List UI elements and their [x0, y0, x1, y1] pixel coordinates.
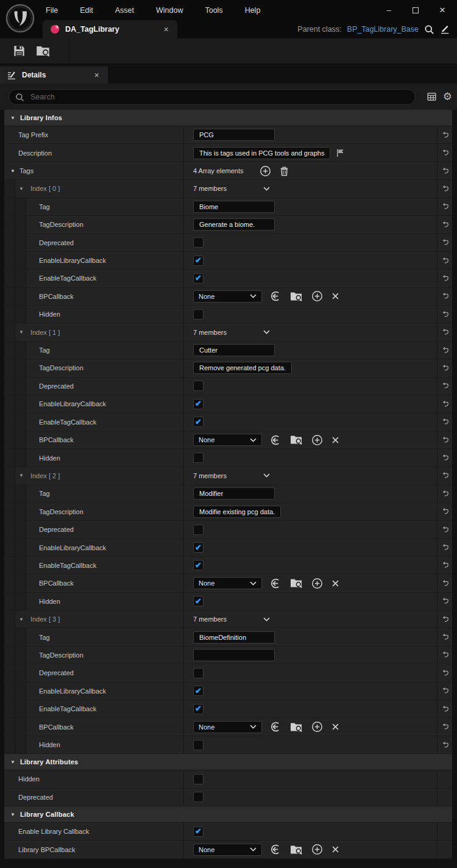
menu-edit[interactable]: Edit	[80, 6, 93, 15]
browse-to-asset-button[interactable]	[36, 45, 51, 57]
browse-search-icon[interactable]	[290, 578, 303, 589]
reset-icon[interactable]	[441, 597, 449, 605]
reset-icon[interactable]	[441, 257, 449, 265]
members-dropdown[interactable]: 7 members	[193, 472, 270, 479]
category-expander-icon[interactable]: ▼	[10, 812, 15, 817]
expander-arrow-icon[interactable]: ▼	[19, 329, 24, 335]
search-box[interactable]	[9, 89, 416, 105]
checkbox[interactable]	[193, 668, 204, 678]
circle-plus-icon[interactable]	[311, 578, 323, 589]
checkbox[interactable]	[193, 381, 204, 391]
close-tab-icon[interactable]: ✕	[161, 24, 171, 34]
reset-icon[interactable]	[441, 526, 449, 534]
reset-icon[interactable]	[441, 239, 449, 246]
reset-icon[interactable]	[441, 382, 449, 390]
close-window-button[interactable]: ✕	[429, 0, 456, 20]
bpcallback-dropdown[interactable]: None	[193, 290, 262, 303]
reset-icon[interactable]	[441, 741, 449, 749]
reset-icon[interactable]	[441, 579, 449, 587]
bpcallback-dropdown[interactable]: None	[193, 844, 262, 856]
menu-help[interactable]: Help	[245, 6, 261, 15]
reset-icon[interactable]	[441, 705, 449, 713]
text-input[interactable]: Remove generated pcg data.	[193, 362, 292, 374]
reset-icon[interactable]	[441, 310, 449, 318]
reset-icon[interactable]	[441, 723, 449, 731]
checkbox[interactable]	[193, 309, 204, 320]
circle-plus-icon[interactable]	[311, 434, 323, 446]
circle-plus-icon[interactable]	[311, 721, 323, 733]
save-button[interactable]	[13, 45, 26, 57]
bpcallback-dropdown[interactable]: None	[193, 577, 262, 589]
reset-icon[interactable]	[441, 292, 449, 300]
reset-icon[interactable]	[441, 669, 449, 677]
menu-file[interactable]: File	[46, 6, 58, 15]
checkbox[interactable]	[193, 453, 204, 463]
reset-icon[interactable]	[441, 400, 449, 408]
reset-icon[interactable]	[441, 346, 449, 354]
reset-icon[interactable]	[441, 490, 449, 498]
reset-icon[interactable]	[441, 651, 449, 659]
category-expander-icon[interactable]: ▼	[10, 115, 15, 121]
members-dropdown[interactable]: 7 members	[193, 185, 270, 192]
bpcallback-dropdown[interactable]: None	[193, 721, 262, 733]
reset-icon[interactable]	[441, 508, 449, 515]
checkbox[interactable]: ✔	[193, 560, 204, 570]
expander-arrow-icon[interactable]: ▼	[10, 168, 15, 174]
reset-icon[interactable]	[441, 418, 449, 426]
members-dropdown[interactable]: 7 members	[193, 329, 270, 336]
expander-arrow-icon[interactable]: ▼	[19, 186, 24, 192]
reset-icon[interactable]	[441, 633, 449, 641]
browse-search-icon[interactable]	[290, 434, 303, 445]
settings-gear-icon[interactable]: ⚙	[443, 91, 452, 102]
expander-arrow-icon[interactable]: ▼	[19, 473, 24, 478]
checkbox[interactable]	[193, 774, 204, 784]
checkbox[interactable]: ✔	[193, 399, 204, 409]
members-dropdown[interactable]: 7 members	[193, 615, 270, 623]
reset-icon[interactable]	[441, 221, 449, 229]
text-input[interactable]: Generate a biome.	[193, 218, 275, 231]
category-header[interactable]: ▼Library Callback	[4, 806, 452, 823]
text-input[interactable]	[193, 649, 275, 661]
reset-icon[interactable]	[441, 274, 449, 282]
text-input[interactable]: Modifier	[193, 487, 275, 500]
use-asset-icon[interactable]	[270, 290, 282, 302]
checkbox[interactable]: ✔	[193, 273, 204, 284]
use-asset-icon[interactable]	[270, 721, 282, 733]
reset-icon[interactable]	[441, 561, 449, 569]
close-details-tab-icon[interactable]: ✕	[91, 70, 102, 80]
circle-plus-icon[interactable]	[311, 290, 323, 302]
browse-search-icon[interactable]	[290, 291, 303, 302]
checkbox[interactable]: ✔	[193, 827, 204, 837]
category-expander-icon[interactable]: ▼	[10, 759, 15, 765]
menu-window[interactable]: Window	[156, 6, 183, 15]
use-asset-icon[interactable]	[270, 434, 282, 446]
trash-icon[interactable]	[280, 166, 289, 176]
text-input[interactable]: This is tags used in PCG tools and graph…	[193, 147, 330, 159]
tab-details[interactable]: Details ✕	[0, 66, 108, 84]
use-asset-icon[interactable]	[270, 578, 282, 589]
text-input[interactable]: Modifie existing pcg data.	[193, 506, 281, 518]
use-asset-icon[interactable]	[270, 844, 282, 855]
browse-search-icon[interactable]	[290, 844, 303, 855]
reset-icon[interactable]	[441, 436, 449, 444]
expander-arrow-icon[interactable]: ▼	[19, 617, 24, 622]
circle-plus-icon[interactable]	[311, 844, 323, 855]
checkbox[interactable]: ✔	[193, 542, 204, 553]
text-input[interactable]: Biome	[193, 201, 275, 213]
checkbox[interactable]	[193, 525, 204, 535]
reset-icon[interactable]	[441, 454, 449, 462]
clear-x-icon[interactable]	[331, 845, 339, 853]
text-input[interactable]: PCG	[193, 129, 275, 141]
text-input[interactable]: Cutter	[193, 344, 275, 356]
checkbox[interactable]: ✔	[193, 704, 204, 714]
reset-icon[interactable]	[441, 472, 449, 479]
browse-search-icon[interactable]	[290, 722, 303, 733]
minimize-button[interactable]: –	[375, 0, 402, 20]
checkbox[interactable]	[193, 237, 204, 248]
reset-icon[interactable]	[441, 328, 449, 336]
display-filter-icon[interactable]	[427, 91, 437, 102]
maximize-button[interactable]	[402, 0, 429, 20]
checkbox[interactable]	[193, 792, 204, 802]
checkbox[interactable]: ✔	[193, 256, 204, 266]
clear-x-icon[interactable]	[331, 436, 339, 444]
